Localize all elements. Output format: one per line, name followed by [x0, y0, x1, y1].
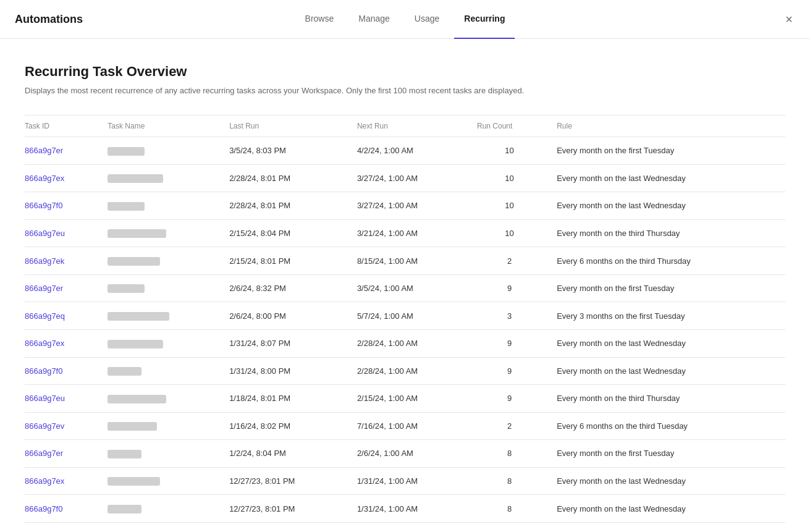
- cell-last-run: 12/27/23, 8:01 PM: [222, 467, 350, 495]
- cell-last-run: 2/28/24, 8:01 PM: [222, 192, 350, 220]
- main-nav: Browse Manage Usage Recurring: [295, 0, 515, 39]
- task-name-blurred: [108, 257, 160, 266]
- cell-last-run: 1/16/24, 8:02 PM: [222, 412, 350, 440]
- cell-task-name: [100, 219, 222, 247]
- cell-run-count: 9: [470, 274, 549, 302]
- cell-run-count: 9: [470, 357, 549, 385]
- table-row: 866a9g7f01/31/24, 8:00 PM2/28/24, 1:00 A…: [25, 357, 785, 385]
- task-id-link[interactable]: 866a9g7ex: [25, 174, 64, 183]
- cell-run-count: 2: [470, 412, 549, 440]
- table-row: 866a9g7f02/28/24, 8:01 PM3/27/24, 1:00 A…: [25, 192, 785, 220]
- cell-last-run: 1/31/24, 8:07 PM: [222, 329, 350, 357]
- table-row: 866a9g7ex2/28/24, 8:01 PM3/27/24, 1:00 A…: [25, 164, 785, 192]
- cell-task-id: 866a9g7f0: [25, 357, 100, 385]
- task-id-link[interactable]: 866a9g7ev: [25, 421, 64, 431]
- cell-run-count: 3: [470, 302, 549, 330]
- task-id-link[interactable]: 866a9g7f0: [25, 201, 62, 210]
- task-id-link[interactable]: 866a9g7ex: [25, 476, 64, 486]
- cell-next-run: 1/31/24, 1:00 AM: [350, 467, 470, 495]
- cell-task-id: 866a9g7er: [25, 137, 100, 165]
- cell-task-id: 866a9g7ex: [25, 164, 100, 192]
- cell-run-count: 2: [470, 247, 549, 275]
- cell-last-run: 2/28/24, 8:01 PM: [222, 164, 350, 192]
- close-button[interactable]: ×: [783, 10, 795, 29]
- cell-task-id: 866a9g7eu: [25, 385, 100, 413]
- task-name-blurred: [108, 505, 141, 513]
- cell-rule: Every month on the third Thursday: [549, 219, 785, 247]
- cell-next-run: 4/2/24, 1:00 AM: [350, 137, 470, 165]
- cell-rule: Every month on the last Wednesday: [549, 495, 785, 523]
- task-name-blurred: [108, 477, 160, 486]
- task-name-blurred: [108, 147, 145, 156]
- cell-task-id: 866a9g7ek: [25, 247, 100, 275]
- task-id-link[interactable]: 866a9g7er: [25, 146, 63, 155]
- task-name-blurred: [108, 312, 169, 321]
- cell-last-run: 12/27/23, 8:01 PM: [222, 495, 350, 523]
- cell-next-run: 3/5/24, 1:00 AM: [350, 274, 470, 302]
- task-id-link[interactable]: 866a9g7eu: [25, 229, 65, 238]
- cell-last-run: 1/31/24, 8:00 PM: [222, 357, 350, 385]
- page-title: Recurring Task Overview: [25, 64, 785, 80]
- cell-last-run: 2/6/24, 8:32 PM: [222, 274, 350, 302]
- cell-run-count: 8: [470, 440, 549, 468]
- cell-rule: Every 3 months on the first Tuesday: [549, 302, 785, 330]
- col-header-task-id: Task ID: [25, 116, 100, 137]
- cell-rule: Every month on the first Tuesday: [549, 440, 785, 468]
- cell-run-count: 10: [470, 192, 549, 220]
- main-content: Recurring Task Overview Displays the mos…: [0, 39, 810, 532]
- table-row: 866a9g7er1/2/24, 8:04 PM2/6/24, 1:00 AM8…: [25, 440, 785, 468]
- task-name-blurred: [108, 367, 141, 376]
- task-name-blurred: [108, 229, 166, 238]
- cell-run-count: 9: [470, 329, 549, 357]
- cell-run-count: 8: [470, 467, 549, 495]
- table-row: 866a9g7ex12/27/23, 8:01 PM1/31/24, 1:00 …: [25, 467, 785, 495]
- table-row: 866a9g7er2/6/24, 8:32 PM3/5/24, 1:00 AM9…: [25, 274, 785, 302]
- cell-task-name: [100, 274, 222, 302]
- cell-last-run: 2/15/24, 8:01 PM: [222, 247, 350, 275]
- tab-browse[interactable]: Browse: [295, 0, 344, 39]
- app-title: Automations: [15, 13, 83, 26]
- tab-recurring[interactable]: Recurring: [454, 0, 515, 39]
- col-header-last-run: Last Run: [222, 116, 350, 137]
- cell-next-run: 2/15/24, 1:00 AM: [350, 385, 470, 413]
- cell-next-run: 2/28/24, 1:00 AM: [350, 329, 470, 357]
- cell-task-id: 866a9g7eu: [25, 219, 100, 247]
- task-name-blurred: [108, 174, 163, 183]
- cell-rule: Every month on the last Wednesday: [549, 164, 785, 192]
- tab-usage[interactable]: Usage: [405, 0, 449, 39]
- task-id-link[interactable]: 866a9g7f0: [25, 366, 62, 376]
- cell-task-name: [100, 137, 222, 165]
- task-id-link[interactable]: 866a9g7ex: [25, 339, 64, 348]
- cell-task-name: [100, 164, 222, 192]
- cell-rule: Every month on the third Thursday: [549, 385, 785, 413]
- table-row: 866a9g7eu1/18/24, 8:01 PM2/15/24, 1:00 A…: [25, 385, 785, 413]
- cell-run-count: 8: [470, 495, 549, 523]
- cell-task-id: 866a9g7f0: [25, 192, 100, 220]
- cell-rule: Every month on the last Wednesday: [549, 467, 785, 495]
- task-id-link[interactable]: 866a9g7er: [25, 284, 63, 293]
- task-id-link[interactable]: 866a9g7er: [25, 449, 63, 458]
- cell-task-name: [100, 440, 222, 468]
- cell-next-run: 3/27/24, 1:00 AM: [350, 192, 470, 220]
- cell-last-run: 1/18/24, 8:01 PM: [222, 385, 350, 413]
- cell-task-id: 866a9g7eq: [25, 302, 100, 330]
- cell-last-run: 1/2/24, 8:04 PM: [222, 440, 350, 468]
- task-name-blurred: [108, 422, 157, 431]
- task-name-blurred: [108, 450, 141, 458]
- col-header-next-run: Next Run: [350, 116, 470, 137]
- cell-task-id: 866a9g7ex: [25, 467, 100, 495]
- cell-next-run: 2/28/24, 1:00 AM: [350, 357, 470, 385]
- task-id-link[interactable]: 866a9g7eu: [25, 394, 65, 403]
- task-id-link[interactable]: 866a9g7f0: [25, 504, 62, 513]
- table-row: 866a9g7ex1/31/24, 8:07 PM2/28/24, 1:00 A…: [25, 329, 785, 357]
- task-id-link[interactable]: 866a9g7ek: [25, 256, 64, 266]
- cell-task-name: [100, 192, 222, 220]
- cell-task-name: [100, 247, 222, 275]
- table-row: 866a9g7eu2/15/24, 8:04 PM3/21/24, 1:00 A…: [25, 219, 785, 247]
- cell-task-id: 866a9g7er: [25, 440, 100, 468]
- cell-rule: Every month on the last Wednesday: [549, 192, 785, 220]
- tab-manage[interactable]: Manage: [348, 0, 400, 39]
- cell-last-run: 2/6/24, 8:00 PM: [222, 302, 350, 330]
- cell-task-name: [100, 385, 222, 413]
- task-id-link[interactable]: 866a9g7eq: [25, 311, 65, 321]
